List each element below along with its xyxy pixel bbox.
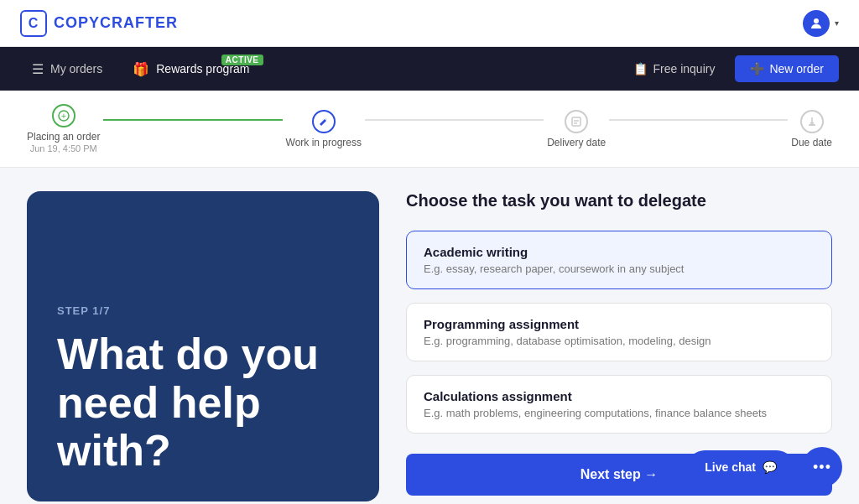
nav-right: 📋 Free inquiry ➕ New order: [620, 55, 839, 82]
nav-left: ☰ My orders 🎁 Rewards program ACTIVE: [20, 56, 262, 82]
logo-icon: C: [20, 10, 47, 37]
live-chat-label: Live chat: [705, 460, 756, 474]
task-academic-desc: E.g. essay, research paper, coursework i…: [424, 262, 815, 275]
task-calculations-title: Calculations assignment: [424, 389, 815, 403]
orders-icon: ☰: [32, 61, 44, 77]
chat-buttons: Live chat 💬 •••: [688, 447, 842, 487]
new-order-label: New order: [769, 62, 824, 75]
svg-text:+: +: [61, 112, 66, 121]
nav-item-my-orders[interactable]: ☰ My orders: [20, 56, 114, 82]
right-panel-title: Choose the task you want to delegate: [406, 191, 832, 210]
user-menu-chevron[interactable]: ▾: [835, 18, 839, 28]
free-inquiry-button[interactable]: 📋 Free inquiry: [620, 57, 728, 81]
header: C COPYCRAFTER ▾: [0, 0, 859, 47]
rewards-icon: 🎁: [133, 61, 149, 77]
user-avatar-icon[interactable]: [803, 10, 830, 37]
task-option-academic[interactable]: Academic writing E.g. essay, research pa…: [406, 231, 832, 289]
next-step-label: Next step →: [580, 467, 658, 482]
more-options-button[interactable]: •••: [802, 447, 842, 487]
free-inquiry-icon: 📋: [633, 62, 648, 75]
svg-rect-3: [572, 117, 580, 126]
heading-line1: What do you: [57, 330, 319, 378]
task-programming-desc: E.g. programming, database optimisation,…: [424, 335, 815, 347]
chat-bubble-icon: 💬: [763, 460, 777, 474]
panel-heading: What do you need help with?: [57, 330, 349, 475]
step-line-2: [365, 119, 544, 121]
task-option-programming[interactable]: Programming assignment E.g. programming,…: [406, 303, 832, 361]
svg-point-0: [814, 18, 819, 23]
nav-item-rewards[interactable]: 🎁 Rewards program ACTIVE: [121, 56, 261, 82]
task-academic-title: Academic writing: [424, 245, 815, 259]
step-label-placing: Placing an order: [27, 131, 100, 143]
new-order-icon: ➕: [750, 62, 764, 75]
task-programming-title: Programming assignment: [424, 317, 815, 331]
heading-line3: with?: [57, 426, 171, 475]
step-circle-due: [800, 110, 824, 133]
heading-line2: need help: [57, 378, 261, 427]
step-work-in-progress: Work in progress: [286, 110, 362, 148]
step-circle-work: [312, 110, 336, 133]
task-calculations-desc: E.g. math problems, engineering computat…: [424, 407, 815, 419]
header-right: ▾: [803, 10, 839, 37]
svg-rect-6: [809, 124, 815, 126]
free-inquiry-label: Free inquiry: [653, 62, 715, 75]
navigation: ☰ My orders 🎁 Rewards program ACTIVE 📋 F…: [0, 47, 859, 91]
logo-text: COPYCRAFTER: [54, 14, 178, 32]
step-label-due: Due date: [791, 137, 832, 148]
step-placing-order: + Placing an order Jun 19, 4:50 PM: [27, 104, 100, 153]
rewards-active-badge: ACTIVE: [221, 55, 263, 65]
nav-my-orders-label: My orders: [50, 62, 102, 75]
progress-section: + Placing an order Jun 19, 4:50 PM Work …: [0, 91, 859, 168]
step-sublabel-placing: Jun 19, 4:50 PM: [30, 143, 97, 153]
live-chat-button[interactable]: Live chat 💬: [688, 450, 794, 484]
step-indicator: STEP 1/7: [57, 304, 349, 317]
dots-label: •••: [813, 459, 831, 476]
step-label-work: Work in progress: [286, 137, 362, 148]
task-option-calculations[interactable]: Calculations assignment E.g. math proble…: [406, 375, 832, 434]
step-circle-delivery: [565, 110, 588, 133]
step-line-3: [609, 119, 788, 121]
step-line-1: [103, 119, 282, 121]
step-delivery-date: Delivery date: [547, 110, 606, 148]
left-panel: STEP 1/7 What do you need help with?: [27, 191, 379, 501]
logo[interactable]: C COPYCRAFTER: [20, 10, 178, 37]
step-label-delivery: Delivery date: [547, 137, 606, 148]
progress-steps: + Placing an order Jun 19, 4:50 PM Work …: [27, 104, 832, 153]
step-due-date: Due date: [791, 110, 832, 148]
step-circle-placing: +: [52, 104, 75, 127]
new-order-button[interactable]: ➕ New order: [735, 55, 839, 82]
